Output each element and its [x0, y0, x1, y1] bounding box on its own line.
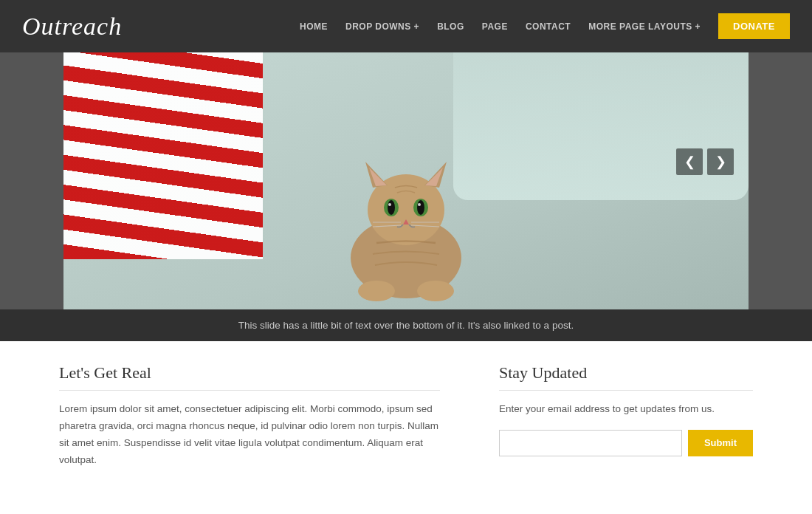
slider-caption: This slide has a little bit of text over…: [0, 309, 812, 341]
left-column: Let's Get Real Lorem ipsum dolor sit ame…: [59, 363, 440, 469]
slider-navigation: ❮ ❯: [676, 148, 734, 175]
nav-dropdowns[interactable]: DROP DOWNS +: [345, 21, 419, 32]
main-content: Let's Get Real Lorem ipsum dolor sit ame…: [0, 341, 812, 498]
email-description: Enter your email address to get updates …: [499, 401, 753, 418]
slider-prev-button[interactable]: ❮: [676, 148, 703, 175]
svg-point-10: [388, 203, 391, 206]
nav-more-layouts[interactable]: MORE PAGE LAYOUTS +: [588, 21, 701, 32]
nav-blog[interactable]: BLOG: [437, 21, 464, 32]
svg-point-8: [388, 200, 395, 215]
cat-illustration: [317, 140, 495, 302]
svg-point-17: [358, 281, 395, 301]
nav-home[interactable]: HOME: [300, 21, 328, 32]
svg-point-9: [417, 200, 424, 215]
site-header: Outreach HOME DROP DOWNS + BLOG PAGE CON…: [0, 0, 812, 52]
svg-point-11: [418, 203, 421, 206]
nav-contact[interactable]: CONTACT: [526, 21, 571, 32]
left-section-title: Let's Get Real: [59, 363, 440, 391]
slider-next-button[interactable]: ❯: [707, 148, 734, 175]
right-column: Stay Updated Enter your email address to…: [484, 363, 753, 469]
submit-button[interactable]: Submit: [688, 430, 753, 456]
left-section-body: Lorem ipsum dolor sit amet, consectetuer…: [59, 401, 440, 469]
right-section-title: Stay Updated: [499, 363, 753, 391]
site-logo[interactable]: Outreach: [22, 13, 122, 41]
email-form: Submit: [499, 430, 753, 456]
svg-point-18: [417, 281, 454, 301]
main-nav: HOME DROP DOWNS + BLOG PAGE CONTACT MORE…: [300, 13, 790, 39]
nav-page[interactable]: PAGE: [482, 21, 508, 32]
donate-button[interactable]: DONATE: [718, 13, 790, 39]
hero-slider: ❮ ❯ This slide has a little bit of text …: [0, 52, 812, 341]
email-input[interactable]: [499, 430, 682, 456]
